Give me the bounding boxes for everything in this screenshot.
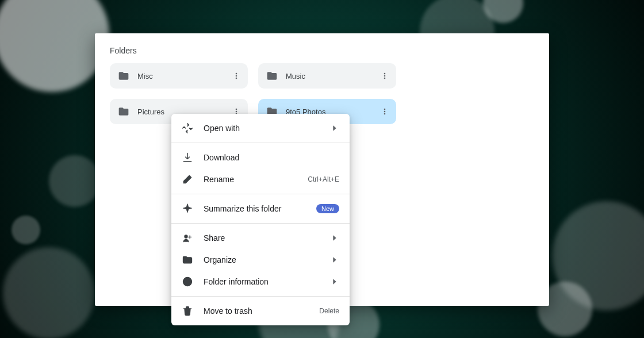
folder-card-misc[interactable]: Misc <box>110 63 248 89</box>
folder-icon <box>118 106 129 117</box>
folder-name: Music <box>286 72 377 80</box>
info-icon <box>182 276 193 287</box>
bokeh-circle <box>0 0 109 92</box>
organize-icon <box>182 254 193 266</box>
rename-icon <box>182 174 193 185</box>
menu-separator <box>171 296 350 297</box>
more-options-button[interactable] <box>228 68 244 84</box>
menu-separator <box>171 194 350 194</box>
download-icon <box>182 152 193 163</box>
menu-label: Download <box>204 153 339 162</box>
chevron-right-icon <box>330 233 339 243</box>
bokeh-circle <box>12 216 40 244</box>
menu-label: Open with <box>204 124 330 133</box>
menu-label: Organize <box>204 255 330 264</box>
svg-point-0 <box>185 235 187 238</box>
section-title: Folders <box>110 46 534 55</box>
bokeh-circle <box>49 155 101 207</box>
menu-label: Rename <box>204 175 308 184</box>
menu-label: Move to trash <box>204 306 319 316</box>
menu-separator <box>171 143 350 143</box>
menu-move-to-trash[interactable]: Move to trash Delete <box>171 300 350 322</box>
chevron-right-icon <box>330 255 339 264</box>
folder-card-music[interactable]: Music <box>258 63 396 89</box>
folder-name: Misc <box>137 72 228 80</box>
keyboard-shortcut: Ctrl+Alt+E <box>308 175 339 183</box>
menu-rename[interactable]: Rename Ctrl+Alt+E <box>171 168 350 190</box>
bokeh-circle <box>3 247 95 338</box>
chevron-right-icon <box>330 277 339 286</box>
menu-download[interactable]: Download <box>171 147 350 168</box>
folder-icon <box>266 70 278 82</box>
open-with-icon <box>182 122 193 134</box>
menu-share[interactable]: Share <box>171 227 350 249</box>
menu-folder-information[interactable]: Folder information <box>171 271 350 293</box>
new-badge: New <box>316 204 339 213</box>
more-options-button[interactable] <box>377 103 393 120</box>
folder-icon <box>118 70 129 82</box>
chevron-right-icon <box>330 124 339 133</box>
menu-label: Folder information <box>204 277 330 286</box>
keyboard-shortcut: Delete <box>319 307 339 315</box>
menu-label: Share <box>204 233 330 243</box>
menu-separator <box>171 223 350 224</box>
trash-icon <box>182 305 193 317</box>
menu-organize[interactable]: Organize <box>171 249 350 271</box>
share-icon <box>182 232 193 244</box>
menu-open-with[interactable]: Open with <box>171 117 350 139</box>
more-options-button[interactable] <box>377 68 393 84</box>
menu-label: Summarize this folder <box>204 204 316 213</box>
more-vert-icon <box>380 71 389 80</box>
more-vert-icon <box>380 107 389 116</box>
context-menu: Open with Download Rename Ctrl+Alt+E Sum… <box>171 114 350 325</box>
more-vert-icon <box>232 71 241 80</box>
menu-summarize-folder[interactable]: Summarize this folder New <box>171 198 350 220</box>
sparkle-icon <box>182 203 193 214</box>
